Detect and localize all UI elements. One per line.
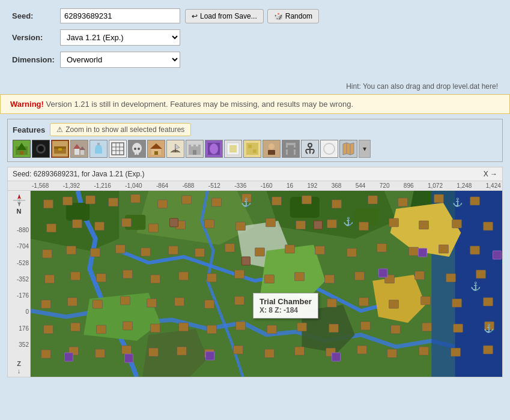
map-terrain[interactable]: Trial Chamber X: 8 Z: -184 — [31, 191, 502, 377]
svg-rect-31 — [198, 145, 201, 148]
feature-icon-skull[interactable] — [128, 140, 146, 158]
svg-point-19 — [134, 148, 136, 150]
svg-marker-23 — [150, 143, 162, 149]
svg-rect-25 — [154, 151, 158, 155]
feature-icon-extra[interactable] — [339, 140, 357, 158]
svg-point-34 — [210, 143, 218, 154]
svg-point-20 — [138, 148, 140, 150]
feature-icon-portal[interactable] — [205, 140, 223, 158]
map-body: N -880 -704 -528 -352 -176 0 176 352 Z ↓ — [8, 191, 502, 377]
seed-info: Seed: 62893689231, for Java 1.21 (Exp.) — [13, 170, 145, 178]
svg-rect-45 — [286, 148, 296, 149]
version-row: Version: Java 1.21 (Exp.) Java 1.20 Java… — [12, 29, 498, 46]
tooltip-title: Trial Chamber — [260, 297, 312, 306]
svg-rect-41 — [268, 150, 275, 155]
svg-rect-22 — [137, 152, 139, 155]
svg-marker-27 — [175, 144, 180, 149]
svg-rect-60 — [290, 197, 320, 218]
features-more-button[interactable]: ▾ — [359, 140, 371, 158]
svg-rect-61 — [355, 209, 378, 226]
feature-icon-forest[interactable] — [13, 140, 31, 158]
compass-rose — [12, 193, 26, 208]
z-axis-label: Z ↓ — [17, 360, 21, 374]
map-header: Seed: 62893689231, for Java 1.21 (Exp.) … — [8, 167, 502, 181]
feature-icon-chest[interactable] — [51, 140, 69, 158]
random-button[interactable]: 🎲 Random — [267, 9, 319, 23]
svg-rect-36 — [229, 145, 237, 152]
seed-label: Seed: — [12, 11, 60, 20]
zoom-features-button[interactable]: ⚠ Zoom in to show all selected features — [50, 123, 191, 136]
svg-rect-30 — [193, 145, 196, 148]
feature-icon-dungeon[interactable] — [32, 140, 50, 158]
feature-icon-npc[interactable] — [263, 140, 281, 158]
warning-icon: ⚠ — [56, 125, 63, 134]
svg-rect-37 — [246, 143, 258, 155]
feature-icon-sand[interactable] — [243, 140, 261, 158]
feature-icon-stronghold[interactable] — [186, 140, 204, 158]
feature-icon-bottle[interactable] — [90, 140, 108, 158]
tooltip-coords: X: 8 Z: -184 — [260, 306, 312, 314]
x-arrow: X → — [484, 170, 497, 178]
random-icon: 🎲 — [274, 12, 283, 20]
svg-rect-29 — [189, 145, 191, 148]
svg-marker-50 — [343, 143, 354, 155]
features-label: Features — [13, 125, 45, 134]
svg-marker-9 — [73, 144, 80, 149]
seed-input[interactable] — [60, 8, 180, 23]
compass: N — [12, 193, 26, 215]
feature-icon-house[interactable] — [147, 140, 165, 158]
load-save-button[interactable]: ↩ Load from Save... — [185, 9, 264, 23]
version-select[interactable]: Java 1.21 (Exp.) Java 1.20 Java 1.19 Bed… — [60, 29, 180, 46]
features-section: Features ⚠ Zoom in to show all selected … — [7, 119, 503, 162]
svg-rect-2 — [20, 151, 23, 155]
seed-row: Seed: ↩ Load from Save... 🎲 Random — [12, 8, 498, 23]
svg-rect-32 — [193, 150, 196, 155]
svg-point-46 — [308, 143, 312, 147]
dimension-select[interactable]: Overworld Nether The End — [60, 52, 180, 68]
dimension-label: Dimension: — [12, 55, 60, 64]
svg-rect-10 — [80, 150, 84, 155]
svg-rect-7 — [58, 148, 62, 151]
feature-icon-mineshaft[interactable] — [282, 140, 300, 158]
feature-icon-grid[interactable] — [109, 140, 127, 158]
feature-icon-shipwreck[interactable] — [166, 140, 184, 158]
features-header: Features ⚠ Zoom in to show all selected … — [13, 123, 497, 136]
feature-icon-end[interactable] — [224, 140, 242, 158]
map-container: Seed: 62893689231, for Java 1.21 (Exp.) … — [7, 167, 503, 377]
svg-point-40 — [269, 143, 275, 149]
hint-bar: Hint: You can also drag and drop level.d… — [0, 80, 510, 94]
svg-rect-58 — [66, 203, 90, 221]
compass-n-label: N — [17, 208, 22, 215]
y-axis: N -880 -704 -528 -352 -176 0 176 352 Z ↓ — [8, 191, 31, 377]
feature-icon-circle[interactable] — [320, 140, 338, 158]
svg-rect-21 — [135, 152, 136, 155]
warning-prefix: Warning! — [10, 100, 44, 109]
svg-marker-11 — [79, 146, 85, 150]
svg-rect-59 — [125, 215, 145, 230]
svg-rect-13 — [112, 143, 124, 155]
feature-icon-village[interactable] — [70, 140, 88, 158]
svg-rect-8 — [74, 149, 79, 155]
version-label: Version: — [12, 33, 60, 42]
feature-icon-anchor[interactable] — [301, 140, 319, 158]
x-axis: -1,568 -1,392 -1,216 -1,040 -864 -688 -5… — [8, 181, 502, 191]
svg-rect-12 — [97, 143, 100, 145]
svg-rect-38 — [248, 145, 252, 148]
svg-rect-39 — [253, 149, 257, 153]
features-icons: ▾ — [13, 140, 497, 158]
warning-bar: Warning! Version 1.21 is still in develo… — [0, 94, 510, 114]
svg-point-49 — [324, 143, 335, 154]
x-labels: -1,568 -1,392 -1,216 -1,040 -864 -688 -5… — [31, 182, 502, 189]
dimension-row: Dimension: Overworld Nether The End — [12, 52, 498, 68]
terrain-svg — [31, 191, 502, 377]
svg-point-18 — [132, 143, 142, 154]
map-tooltip: Trial Chamber X: 8 Z: -184 — [253, 293, 318, 319]
load-icon: ↩ — [192, 12, 198, 20]
top-panel: Seed: ↩ Load from Save... 🎲 Random Versi… — [0, 0, 510, 80]
warning-text: Version 1.21 is still in development. Fe… — [46, 100, 353, 109]
svg-point-4 — [38, 146, 44, 152]
